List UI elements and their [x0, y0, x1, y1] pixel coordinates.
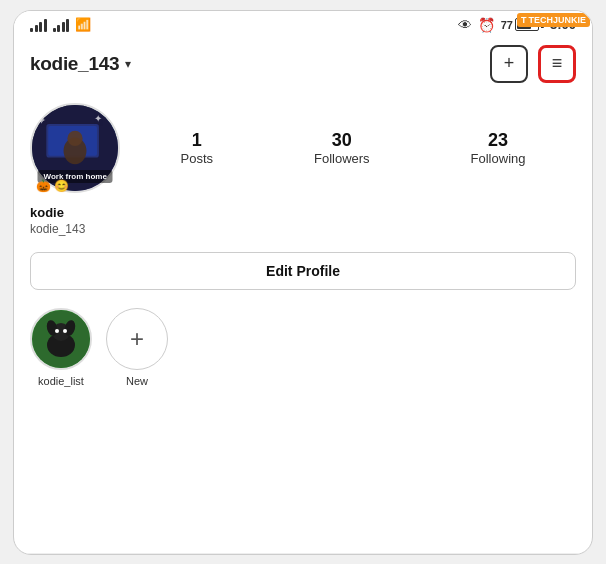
- add-post-button[interactable]: +: [490, 45, 528, 83]
- story-circle-kodie: [30, 308, 92, 370]
- following-label: Following: [471, 151, 526, 166]
- avatar-wrapper[interactable]: ✦ ✦ Work from home 🎃 😊: [30, 103, 120, 193]
- edit-profile-button[interactable]: Edit Profile: [30, 252, 576, 290]
- svg-text:✦: ✦: [37, 114, 46, 126]
- stat-posts[interactable]: 1 Posts: [180, 130, 213, 166]
- bottom-divider: [14, 553, 592, 554]
- menu-button[interactable]: ≡: [538, 45, 576, 83]
- story-label-kodie: kodie_list: [38, 375, 84, 387]
- stories-row: kodie_list + New: [14, 302, 592, 393]
- bio-handle: kodie_143: [30, 222, 576, 236]
- alarm-icon: ⏰: [478, 17, 495, 33]
- stat-followers[interactable]: 30 Followers: [314, 130, 370, 166]
- username-text: kodie_143: [30, 53, 119, 75]
- followers-count: 30: [314, 130, 370, 151]
- svg-point-4: [67, 130, 82, 145]
- svg-point-13: [63, 329, 67, 333]
- stats-area: 1 Posts 30 Followers 23 Following: [130, 130, 576, 166]
- status-left: 📶: [30, 17, 91, 32]
- add-story-icon: +: [130, 325, 144, 353]
- svg-text:✦: ✦: [94, 113, 102, 124]
- bio-name: kodie: [30, 205, 576, 220]
- story-item-kodie[interactable]: kodie_list: [30, 308, 92, 387]
- battery-percent: 77: [501, 19, 513, 31]
- avatar-emojis: 🎃 😊: [36, 179, 69, 193]
- story-label-new: New: [126, 375, 148, 387]
- techjunkie-watermark: T TECHJUNKIE: [517, 13, 590, 27]
- followers-label: Followers: [314, 151, 370, 166]
- phone-frame: T TECHJUNKIE 📶 👁 ⏰ 77: [13, 10, 593, 555]
- status-bar: 📶 👁 ⏰ 77 3:00: [14, 11, 592, 37]
- hamburger-icon: ≡: [552, 53, 563, 74]
- plus-icon: +: [504, 53, 515, 74]
- svg-point-12: [55, 329, 59, 333]
- watermark-brand: TECHJUNKIE: [528, 15, 586, 25]
- bio-section: kodie kodie_143: [14, 201, 592, 246]
- profile-section: ✦ ✦ Work from home 🎃 😊 1 Posts 30 Follow…: [14, 91, 592, 201]
- eye-icon: 👁: [458, 17, 472, 33]
- nav-icons: + ≡: [490, 45, 576, 83]
- posts-label: Posts: [180, 151, 213, 166]
- stat-following[interactable]: 23 Following: [471, 130, 526, 166]
- watermark-t: T: [521, 15, 527, 25]
- story-circle-new: +: [106, 308, 168, 370]
- top-navbar: kodie_143 ▾ + ≡: [14, 37, 592, 91]
- username-area[interactable]: kodie_143 ▾: [30, 53, 131, 75]
- wifi-icon: 📶: [75, 17, 91, 32]
- following-count: 23: [471, 130, 526, 151]
- dropdown-chevron-icon[interactable]: ▾: [125, 57, 131, 71]
- signal-icon-2: [53, 18, 70, 32]
- posts-count: 1: [180, 130, 213, 151]
- story-item-new[interactable]: + New: [106, 308, 168, 387]
- signal-icon-1: [30, 18, 47, 32]
